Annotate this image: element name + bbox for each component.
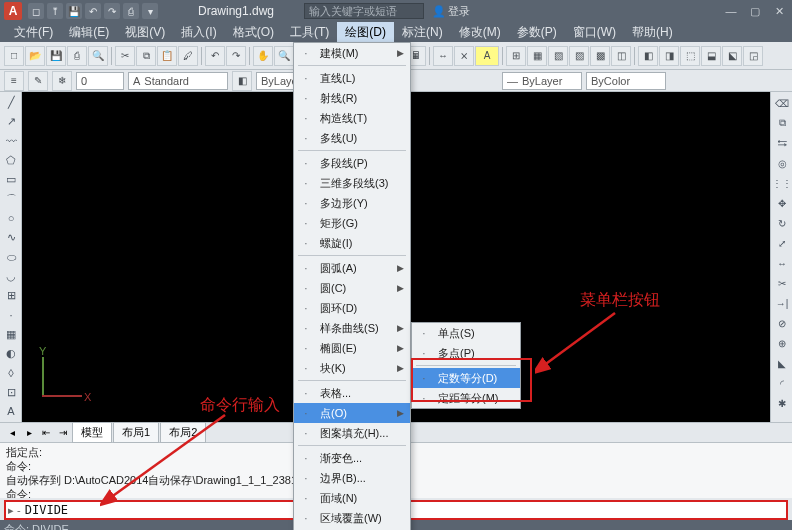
menu-item[interactable]: ·多段线(P) xyxy=(294,153,410,173)
menu-item[interactable]: ·圆(C)▶ xyxy=(294,278,410,298)
menu-item[interactable]: ·射线(R) xyxy=(294,88,410,108)
maximize-icon[interactable]: ▢ xyxy=(746,4,764,18)
erase-icon[interactable]: ⌫ xyxy=(773,94,791,112)
tb-misc1-icon[interactable]: ⊞ xyxy=(506,46,526,66)
tb-redo-icon[interactable]: ↷ xyxy=(226,46,246,66)
layer-number[interactable]: 0 xyxy=(76,72,124,90)
line-icon[interactable]: ╱ xyxy=(2,94,20,111)
menu-item[interactable]: 标注(N) xyxy=(394,22,451,43)
rotate-icon[interactable]: ↻ xyxy=(773,214,791,232)
gradient-icon[interactable]: ◐ xyxy=(2,345,20,362)
menu-item[interactable]: ·螺旋(I) xyxy=(294,233,410,253)
extend-icon[interactable]: →| xyxy=(773,294,791,312)
menu-item[interactable]: 工具(T) xyxy=(282,22,337,43)
tb-misc3-icon[interactable]: ▧ xyxy=(548,46,568,66)
tb-paste-icon[interactable]: 📋 xyxy=(157,46,177,66)
tab-first-icon[interactable]: ⇤ xyxy=(38,425,54,441)
tb-misc10-icon[interactable]: ⬓ xyxy=(701,46,721,66)
menu-item[interactable]: 绘图(D) xyxy=(337,22,394,43)
menu-item[interactable]: ·块(K)▶ xyxy=(294,358,410,378)
menu-item[interactable]: ·表格... xyxy=(294,383,410,403)
plotstyle-select[interactable]: ByColor xyxy=(586,72,666,90)
menu-item[interactable]: 帮助(H) xyxy=(624,22,681,43)
spline-icon[interactable]: ∿ xyxy=(2,229,20,246)
table-icon[interactable]: ⊡ xyxy=(2,383,20,400)
ellipse-arc-icon[interactable]: ◡ xyxy=(2,268,20,285)
ellipse-icon[interactable]: ⬭ xyxy=(2,248,20,265)
tb-misc2-icon[interactable]: ▦ xyxy=(527,46,547,66)
tb-save-icon[interactable]: 💾 xyxy=(46,46,66,66)
tab-layout1[interactable]: 布局1 xyxy=(113,422,159,443)
lineweight-select[interactable]: — ByLayer xyxy=(502,72,582,90)
explode-icon[interactable]: ✱ xyxy=(773,394,791,412)
hatch-icon[interactable]: ▦ xyxy=(2,326,20,343)
tab-next-icon[interactable]: ▸ xyxy=(21,425,37,441)
menu-item[interactable]: 文件(F) xyxy=(6,22,61,43)
layer-icon[interactable]: ≡ xyxy=(4,71,24,91)
color-icon[interactable]: ◧ xyxy=(232,71,252,91)
trim-icon[interactable]: ✂ xyxy=(773,274,791,292)
menu-item[interactable]: 窗口(W) xyxy=(565,22,624,43)
menu-item[interactable]: ·直线(L) xyxy=(294,68,410,88)
menu-item[interactable]: 视图(V) xyxy=(117,22,173,43)
menu-item[interactable]: ·圆环(D) xyxy=(294,298,410,318)
qat-new-icon[interactable]: ◻ xyxy=(28,3,44,19)
tab-prev-icon[interactable]: ◂ xyxy=(4,425,20,441)
menu-item[interactable]: ·区域覆盖(W) xyxy=(294,508,410,528)
tb-new-icon[interactable]: □ xyxy=(4,46,24,66)
menu-item[interactable]: ·构造线(T) xyxy=(294,108,410,128)
menu-item[interactable]: ·图案填充(H)... xyxy=(294,423,410,443)
menu-item[interactable]: ·渐变色... xyxy=(294,448,410,468)
circle-icon[interactable]: ○ xyxy=(2,210,20,227)
tb-print-icon[interactable]: ⎙ xyxy=(67,46,87,66)
qat-undo-icon[interactable]: ↶ xyxy=(85,3,101,19)
tb-undo-icon[interactable]: ↶ xyxy=(205,46,225,66)
menu-item[interactable]: 格式(O) xyxy=(225,22,282,43)
menu-item[interactable]: 编辑(E) xyxy=(61,22,117,43)
pline-icon[interactable]: 〰 xyxy=(2,133,20,150)
tb-cut-icon[interactable]: ✂ xyxy=(115,46,135,66)
login-button[interactable]: 👤登录 xyxy=(432,4,470,19)
tb-misc7-icon[interactable]: ◧ xyxy=(638,46,658,66)
tb-misc5-icon[interactable]: ▩ xyxy=(590,46,610,66)
ray-icon[interactable]: ↗ xyxy=(2,113,20,130)
tab-model[interactable]: 模型 xyxy=(72,422,112,443)
point-icon[interactable]: · xyxy=(2,306,20,323)
menu-item[interactable]: ·三维多段线(3) xyxy=(294,173,410,193)
block-icon[interactable]: ⊞ xyxy=(2,287,20,304)
menu-item[interactable]: 参数(P) xyxy=(509,22,565,43)
region-icon[interactable]: ◊ xyxy=(2,364,20,381)
tb-dim2-icon[interactable]: ⨯ xyxy=(454,46,474,66)
tb-misc4-icon[interactable]: ▨ xyxy=(569,46,589,66)
qat-print-icon[interactable]: ⎙ xyxy=(123,3,139,19)
mirror-icon[interactable]: ⮀ xyxy=(773,134,791,152)
tb-style-icon[interactable]: A xyxy=(475,46,499,66)
text-style-select[interactable]: A Standard xyxy=(128,72,228,90)
break-icon[interactable]: ⊘ xyxy=(773,314,791,332)
menu-item[interactable]: 插入(I) xyxy=(173,22,224,43)
tb-dim-icon[interactable]: ↔ xyxy=(433,46,453,66)
minimize-icon[interactable]: — xyxy=(722,4,740,18)
menu-item[interactable]: ·点(O)▶ xyxy=(294,403,410,423)
move-icon[interactable]: ✥ xyxy=(773,194,791,212)
scale-icon[interactable]: ⤢ xyxy=(773,234,791,252)
menu-item[interactable]: ·矩形(G) xyxy=(294,213,410,233)
layer-state-icon[interactable]: ✎ xyxy=(28,71,48,91)
tab-layout2[interactable]: 布局2 xyxy=(160,422,206,443)
menu-item[interactable]: ·椭圆(E)▶ xyxy=(294,338,410,358)
copy-obj-icon[interactable]: ⧉ xyxy=(773,114,791,132)
qat-open-icon[interactable]: ⤒ xyxy=(47,3,63,19)
chamfer-icon[interactable]: ◣ xyxy=(773,354,791,372)
submenu-item[interactable]: ·单点(S) xyxy=(412,323,520,343)
array-icon[interactable]: ⋮⋮ xyxy=(773,174,791,192)
rect-icon[interactable]: ▭ xyxy=(2,171,20,188)
tb-pan-icon[interactable]: ✋ xyxy=(253,46,273,66)
tb-misc9-icon[interactable]: ⬚ xyxy=(680,46,700,66)
tb-zoom-icon[interactable]: 🔍 xyxy=(274,46,294,66)
offset-icon[interactable]: ◎ xyxy=(773,154,791,172)
fillet-icon[interactable]: ◜ xyxy=(773,374,791,392)
polygon-icon[interactable]: ⬠ xyxy=(2,152,20,169)
qat-more-icon[interactable]: ▾ xyxy=(142,3,158,19)
arc-icon[interactable]: ⌒ xyxy=(2,190,20,207)
search-input[interactable]: 输入关键字或短语 xyxy=(304,3,424,19)
